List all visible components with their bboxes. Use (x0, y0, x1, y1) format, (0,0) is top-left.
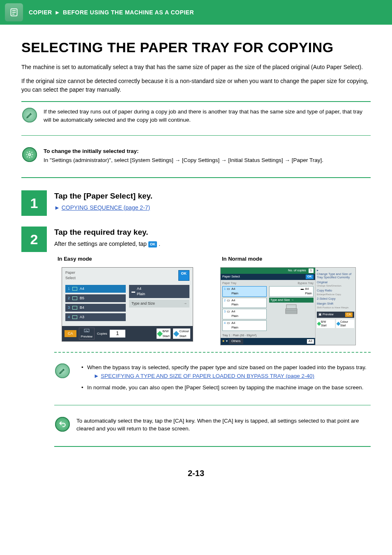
easy-bypass-button[interactable]: ▬ A4Plain (129, 285, 189, 298)
gear-icon (22, 147, 37, 162)
dashed-divider (54, 352, 371, 353)
page-number: 2-13 (21, 467, 371, 479)
tip-bypass-text: When the bypass tray is selected, specif… (87, 364, 367, 370)
normal-ok-button[interactable]: OK (306, 275, 314, 279)
link-bypass-tray-spec[interactable]: SPECIFYING A TYPE AND SIZE OF PAPER LOAD… (101, 373, 314, 379)
easy-type-size-label: Type and Size (131, 301, 155, 306)
step-2-title: Tap the required tray key. (54, 227, 371, 238)
normal-mode-panel: No. of copies 1 Paper Select OK Paper T (220, 267, 356, 345)
easy-copies-value[interactable]: 1 (110, 330, 125, 338)
normal-tray-info: Tray 1 : Plain (68 - 89g/m²) (221, 333, 315, 338)
normal-copies-label: No. of copies (288, 268, 306, 273)
copier-section-icon (5, 3, 23, 21)
header-separator: ► (55, 8, 60, 16)
start-label: Start (321, 324, 327, 327)
normal-tray-3[interactable]: 3▭A4Plain (222, 309, 267, 319)
easy-ok-button[interactable]: OK (178, 270, 190, 281)
normal-type-size-label: Type and Size (270, 298, 290, 302)
normal-side-item-1[interactable]: OriginalChange Size/Direction. (317, 281, 354, 288)
normal-tray-4[interactable]: 4▭A4Plain (222, 320, 267, 331)
normal-colour-start-button[interactable]: ColourStart (336, 319, 354, 328)
normal-side-item-0[interactable]: ▸ Change Type and Size of Tray Specified… (317, 269, 354, 280)
note-change-title: To change the initially selected tray: (44, 147, 371, 155)
normal-side-item-4[interactable]: Margin ShiftShift Position to Have Margi… (317, 302, 354, 309)
easy-tray-4[interactable]: 4A3 (65, 313, 126, 321)
normal-side-item-2[interactable]: Copy RatioEnlarge/Reduce Copy. (317, 289, 354, 296)
start-label: Start (163, 334, 170, 338)
easy-tray-1[interactable]: 1A4 (65, 285, 126, 293)
page-title: SELECTING THE PAPER TRAY FOR COPYING (21, 39, 371, 56)
easy-preview-label: Preview (81, 335, 92, 338)
step-number-1: 1 (21, 190, 47, 216)
divider (21, 177, 371, 178)
link-copying-sequence[interactable]: COPYING SEQUENCE (page 2-7) (62, 204, 150, 211)
pencil-icon (22, 108, 37, 123)
normal-bypass-button[interactable]: ▬ A4Plain (269, 286, 314, 297)
svg-point-4 (29, 154, 31, 156)
normal-side-item-3[interactable]: 2-Sided Copy (317, 297, 354, 301)
arrow-right-icon: → (291, 298, 294, 302)
note-change-tray: To change the initially selected tray: I… (21, 141, 371, 170)
easy-mode-panel: Paper Select OK 1A42B53B44A3 ▬ A4Plain (62, 267, 193, 342)
easy-colour-start-button[interactable]: ColourStart (173, 328, 190, 339)
normal-type-size-button[interactable]: Type and Size → (269, 298, 314, 303)
easy-bypass-size: A4 (137, 287, 141, 291)
easy-bw-start-button[interactable]: B/WStart (157, 328, 171, 339)
bw-label: B/W (321, 320, 326, 323)
easy-copies-label: Copies (97, 331, 107, 336)
chevron-down-icon[interactable]: ▾ (226, 339, 228, 344)
easy-panel-title: Paper Select (65, 270, 76, 281)
tips-block: When the bypass tray is selected, specif… (54, 359, 371, 399)
note-auto-text: If the selected tray runs out of paper d… (44, 108, 371, 124)
link-arrow-icon: ► (94, 373, 99, 379)
normal-screen-title: Paper Select (222, 275, 240, 279)
normal-a3-indicator: A3 (307, 339, 314, 344)
step-2: 2 Tap the required tray key. After the s… (21, 227, 371, 446)
step-number-2: 2 (21, 227, 47, 252)
normal-bypass-type: Plain (305, 291, 312, 295)
diamond-blue-icon (173, 331, 179, 337)
svg-rect-6 (286, 305, 296, 309)
step-1-title: Tap the [Paper Select] key. (54, 190, 371, 202)
normal-bypass-heading: Bypass Tray (269, 281, 314, 285)
note-change-body: In "Settings (administrator)", select [S… (44, 157, 323, 163)
easy-ca-button[interactable]: CA (65, 330, 76, 337)
start-label: Start (340, 324, 346, 327)
machine-image[interactable] (269, 303, 314, 315)
divider (54, 405, 371, 405)
pencil-icon (55, 363, 70, 378)
normal-bw-start-button[interactable]: B/WStart (317, 319, 335, 328)
ok-badge-icon: OK (148, 241, 157, 247)
svg-rect-7 (286, 309, 297, 314)
header-subsection[interactable]: BEFORE USING THE MACHINE AS A COPIER (63, 8, 194, 16)
diamond-blue-icon (337, 322, 341, 326)
step-1: 1 Tap the [Paper Select] key. ► COPYING … (21, 190, 371, 216)
normal-others-button[interactable]: Others (229, 339, 243, 344)
normal-ca-button[interactable]: CA (345, 312, 353, 317)
easy-mode-column: In Easy mode Paper Select OK 1A42B53B44A… (54, 255, 206, 345)
normal-bypass-size: A4 (305, 287, 309, 291)
divider (54, 446, 371, 447)
normal-tray-2[interactable]: 2▭A4Plain (222, 298, 267, 308)
easy-type-size-button[interactable]: Type and Size → (129, 300, 189, 308)
arrow-right-icon: → (183, 301, 187, 306)
normal-tray-1[interactable]: 1▭A4Plain (222, 286, 267, 297)
normal-preview-label: Preview (323, 312, 334, 316)
colour-label: Colour (179, 329, 189, 333)
intro-paragraph-2: If the original size cannot be detected … (21, 77, 371, 94)
easy-tray-3[interactable]: 3B4 (65, 304, 126, 312)
header-section[interactable]: COPIER (29, 8, 52, 16)
undo-icon (55, 417, 70, 432)
star-icon[interactable]: ★ (222, 339, 225, 344)
step-2-desc-after: . (159, 240, 160, 247)
bypass-tray-icon: ▬ (131, 289, 135, 294)
header-bar: COPIER ► BEFORE USING THE MACHINE AS A C… (0, 0, 392, 25)
note-ca-text: To automatically select the tray, tap th… (76, 417, 371, 433)
easy-bypass-type: Plain (137, 292, 145, 296)
bw-label: B/W (163, 329, 169, 333)
normal-preview-button[interactable]: ▣ Preview CA (317, 312, 354, 318)
normal-copies-value[interactable]: 1 (309, 268, 314, 273)
easy-tray-2[interactable]: 2B5 (65, 294, 126, 302)
colour-label: Colour (340, 320, 348, 323)
easy-preview-button[interactable]: Preview (79, 328, 95, 340)
